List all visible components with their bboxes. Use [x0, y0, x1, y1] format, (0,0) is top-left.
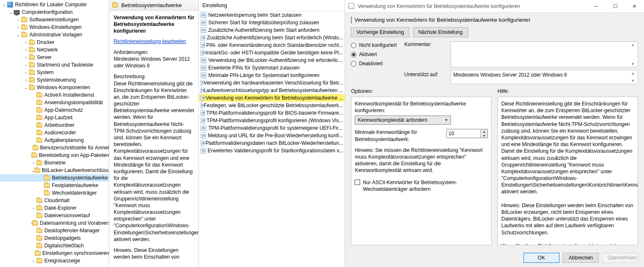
expand-icon[interactable]: › — [16, 25, 21, 30]
expand-icon[interactable]: ⌄ — [8, 10, 13, 15]
setting-item[interactable]: Zusätzliche Authentifizierung beim Start… — [199, 34, 345, 41]
tree-item[interactable]: ›Windows-Einstellungen — [0, 23, 109, 31]
expand-icon[interactable]: › — [23, 70, 28, 75]
tree-item[interactable]: ›Biometrie — [0, 159, 109, 167]
setting-item[interactable]: Plattformvalidierungsdaten nach BitLocke… — [199, 139, 345, 147]
expand-icon[interactable]: › — [23, 63, 28, 67]
tree-item[interactable]: ⌄Administrative Vorlagen — [0, 31, 109, 39]
spin-up-icon[interactable]: ▲ — [481, 129, 487, 134]
tree-item[interactable]: Aufgabenplanung — [0, 136, 109, 144]
settings-list-header[interactable]: Einstellung — [199, 0, 345, 11]
maximize-button[interactable]: ☐ — [605, 0, 625, 13]
tree-item[interactable]: ›Ereignisanzeige — [0, 257, 109, 264]
setting-item[interactable]: Sicheren Start für Integritätsüberprüfun… — [199, 19, 345, 26]
tree-item[interactable]: Wechseldatenträger — [0, 189, 109, 197]
cancel-button[interactable]: Abbrechen — [563, 253, 599, 263]
expand-icon[interactable]: ⌄ — [16, 33, 21, 37]
tree-item[interactable]: Desktopfenster-Manager — [0, 227, 109, 234]
setting-item[interactable]: Erweiterte PINs für Systemstart zulassen — [199, 64, 345, 72]
setting-item[interactable]: TPM-Plattformvalidierungsprofil für syst… — [199, 124, 345, 132]
tree-item[interactable]: App-Laufzeit — [0, 114, 109, 121]
setting-item[interactable]: Verwendung von Kennwörtern für Betriebss… — [199, 94, 345, 102]
tree-item[interactable]: Bereitstellung von App-Paketen — [0, 151, 109, 159]
expand-icon[interactable]: › — [31, 206, 36, 211]
tree-item[interactable]: Digitalschließfach — [0, 242, 109, 249]
setting-item[interactable]: Festlegen, wie BitLocker-geschützte Betr… — [199, 102, 345, 109]
tree-item[interactable]: ⌄Richtlinien für Lokaler Computer — [0, 1, 109, 8]
tree-item[interactable]: Arbeitsordner — [0, 121, 109, 129]
setting-item[interactable]: Erweitertes Validierungsprofil für Start… — [199, 147, 345, 154]
expand-icon[interactable]: › — [23, 48, 28, 52]
expand-icon[interactable]: › — [31, 259, 36, 263]
scroll-up-icon[interactable]: ▲ — [631, 43, 637, 47]
tree-item[interactable]: App-Datenschutz — [0, 106, 109, 114]
help-box[interactable]: Diese Richtlinieneinstellung gibt die Ei… — [497, 97, 638, 245]
tree-item[interactable]: Audiorecorder — [0, 129, 109, 136]
tree-item[interactable]: ⌄Computerkonfiguration — [0, 8, 109, 16]
minimize-button[interactable]: ─ — [586, 0, 605, 13]
tree-item[interactable]: ›Datei-Explorer — [0, 204, 109, 212]
radio-enabled[interactable]: Aktiviert — [351, 51, 397, 57]
tree-panel[interactable]: ⌄Richtlinien für Lokaler Computer⌄Comput… — [0, 0, 109, 267]
radio-disabled[interactable]: Deaktiviert — [351, 61, 397, 67]
ascii-checkbox-row[interactable]: Nur ASCII-Kennwörter für Betriebssystem-… — [355, 179, 488, 193]
expand-icon[interactable]: › — [16, 18, 21, 22]
expand-icon[interactable]: › — [23, 40, 28, 45]
tree-item[interactable]: ⌄BitLocker-Laufwerkverschlüssel — [0, 167, 109, 174]
minlen-field[interactable] — [447, 131, 480, 136]
setting-item[interactable]: Verwendung der BitLocker-Authentifizieru… — [199, 56, 345, 64]
tree-item[interactable]: Cloudinhalt — [0, 197, 109, 204]
scroll-up-icon[interactable]: ▲ — [631, 71, 637, 75]
minlen-input[interactable]: ▲ ▼ — [446, 129, 488, 138]
setting-item[interactable]: TPM-Plattformvalidierungsprofil konfigur… — [199, 117, 345, 124]
next-setting-button[interactable]: Nächste Einstellung — [413, 27, 468, 37]
spin-down-icon[interactable]: ▼ — [481, 134, 487, 138]
edit-policy-link[interactable]: Richtlinieneinstellung bearbeiten — [113, 38, 186, 45]
expand-icon[interactable]: ⌄ — [23, 85, 28, 90]
tree-item[interactable]: Betriebssystemlaufwerke — [0, 174, 109, 182]
setting-item[interactable]: PIN- oder Kennwortänderung durch Standar… — [199, 41, 345, 49]
close-button[interactable]: ✕ — [625, 0, 644, 13]
ascii-checkbox[interactable] — [355, 180, 360, 185]
comment-textarea[interactable]: ▲▼ — [451, 41, 639, 67]
tree-item[interactable]: Dateiversionsverlauf — [0, 212, 109, 219]
setting-item[interactable]: TPM-Plattformvalidierungsprofil für BIOS… — [199, 109, 345, 117]
tree-item[interactable]: ActiveX-Installerdienst — [0, 91, 109, 99]
previous-setting-button[interactable]: Vorherige Einstellung — [351, 27, 409, 37]
tree-item[interactable]: ›Startmenü und Taskleiste — [0, 61, 109, 69]
tree-item[interactable]: ›Netzwerk — [0, 46, 109, 54]
expand-icon[interactable]: › — [31, 161, 36, 165]
scroll-down-icon[interactable]: ▼ — [631, 79, 637, 83]
apply-button[interactable]: Übernehmen — [602, 253, 638, 263]
expand-icon[interactable]: ⌄ — [2, 3, 7, 7]
setting-item[interactable]: Zusätzliche Authentifizierung beim Start… — [199, 26, 345, 34]
setting-item[interactable]: Meldung und URL für die Pre-Boot-Wiederh… — [199, 132, 345, 139]
tree-item[interactable]: Festplattenlaufwerke — [0, 182, 109, 189]
complexity-select[interactable]: Kennwortkomplexität anfordern ▼ — [355, 116, 451, 125]
radio-not-configured[interactable]: Nicht konfiguriert — [351, 42, 397, 48]
tree-item[interactable]: ›Datensammlung und Vorabvers — [0, 219, 109, 227]
tree-item[interactable]: Anwendungskompatibilität — [0, 99, 109, 106]
scroll-down-icon[interactable]: ▼ — [631, 62, 637, 66]
setting-item[interactable]: Minimale PIN-Länge für Systemstart konfi… — [199, 72, 345, 79]
dialog-icon — [348, 3, 355, 10]
tree-item[interactable]: ⌄Windows-Komponenten — [0, 84, 109, 91]
setting-item[interactable]: Netzwerkentsperrung beim Start zulassen — [199, 11, 345, 19]
expand-icon[interactable]: ⌄ — [31, 168, 34, 173]
tree-item[interactable]: Benutzerschnittstelle für Anmel — [0, 144, 109, 151]
ok-button[interactable]: OK — [523, 253, 559, 263]
tree-item[interactable]: ›Systemsteuerung — [0, 76, 109, 84]
setting-item[interactable]: Verwendung der hardwarebasierten Verschl… — [199, 79, 345, 87]
setting-icon — [201, 35, 205, 41]
expand-icon[interactable]: › — [23, 78, 28, 82]
tree-item[interactable]: ›System — [0, 69, 109, 76]
tree-item[interactable]: ›Server — [0, 54, 109, 61]
tree-item[interactable]: ›Drucker — [0, 39, 109, 46]
setting-item[interactable]: Laufwerkverschlüsselungstyp auf Betriebs… — [199, 87, 345, 94]
tree-item[interactable]: Einstellungen synchronisieren — [0, 249, 109, 257]
expand-icon[interactable]: › — [23, 55, 28, 60]
tree-item[interactable]: Desktopgadgets — [0, 234, 109, 242]
titlebar[interactable]: Verwendung von Kennwörtern für Betriebss… — [345, 0, 644, 13]
setting-item[interactable]: InstantGo- oder HSTI-kompatible Geräte b… — [199, 49, 345, 56]
tree-item[interactable]: ›Softwareeinstellungen — [0, 16, 109, 23]
